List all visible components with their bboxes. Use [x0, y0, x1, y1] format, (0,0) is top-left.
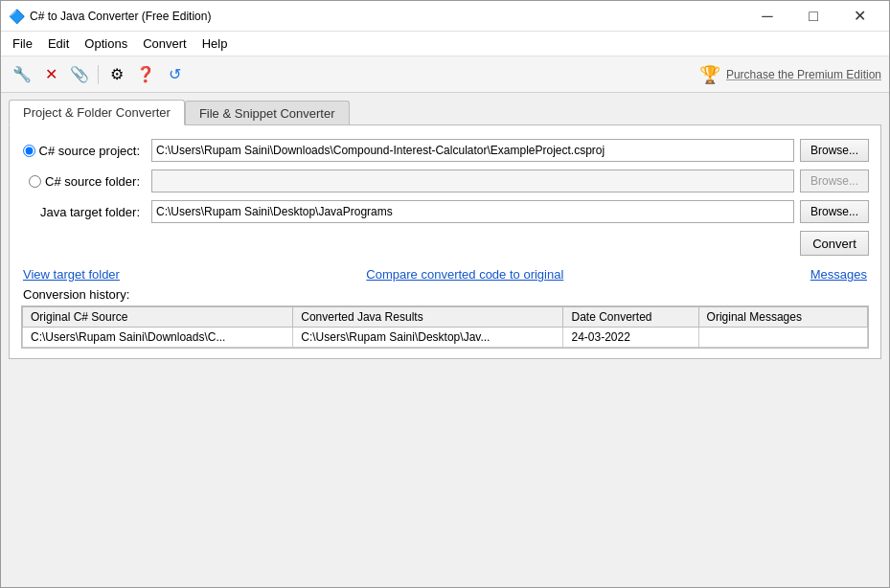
- target-folder-input[interactable]: [151, 200, 794, 223]
- toolbar-separator: [98, 65, 99, 84]
- window-controls: ─ □ ✕: [745, 2, 881, 31]
- minimize-button[interactable]: ─: [745, 2, 789, 31]
- menu-convert[interactable]: Convert: [135, 32, 194, 56]
- browse-target-button[interactable]: Browse...: [800, 200, 869, 223]
- toolbar-attach-button[interactable]: 📎: [66, 61, 93, 88]
- source-project-input[interactable]: [151, 139, 794, 162]
- tab-project-folder[interactable]: Project & Folder Converter: [9, 100, 185, 125]
- convert-row: Convert: [21, 231, 869, 256]
- cell-converted: C:\Users\Rupam Saini\Desktop\Jav...: [293, 328, 563, 348]
- source-project-label[interactable]: C# source project:: [39, 144, 141, 158]
- title-bar: 🔷 C# to Java Converter (Free Edition) ─ …: [1, 1, 889, 32]
- history-label: Conversion history:: [21, 287, 869, 302]
- menu-edit[interactable]: Edit: [40, 32, 77, 56]
- tab-bar: Project & Folder Converter File & Snippe…: [9, 99, 881, 124]
- col-header-messages: Original Messages: [698, 307, 867, 328]
- cell-messages: [698, 328, 867, 348]
- tab-panel: C# source project: Browse... C# source f…: [9, 124, 881, 359]
- history-table-container: Original C# Source Converted Java Result…: [21, 305, 869, 349]
- source-folder-row: C# source folder: Browse...: [21, 170, 869, 192]
- target-folder-row: Java target folder: Browse...: [21, 200, 869, 223]
- col-header-original: Original C# Source: [23, 307, 293, 328]
- convert-button[interactable]: Convert: [800, 231, 869, 256]
- col-header-converted: Converted Java Results: [293, 307, 563, 328]
- links-row: View target folder Compare converted cod…: [21, 267, 869, 282]
- source-folder-input[interactable]: [151, 170, 794, 192]
- toolbar-tool1-button[interactable]: 🔧: [9, 61, 35, 88]
- toolbar: 🔧 ✕ 📎 ⚙ ❓ ↺ 🏆 Purchase the Premium Editi…: [1, 57, 889, 93]
- content-area: Project & Folder Converter File & Snippe…: [1, 93, 889, 588]
- tab-file-snippet[interactable]: File & Snippet Converter: [185, 101, 350, 125]
- maximize-button[interactable]: □: [791, 2, 835, 31]
- browse-project-button[interactable]: Browse...: [800, 139, 869, 162]
- col-header-date: Date Converted: [563, 307, 698, 328]
- toolbar-close-button[interactable]: ✕: [37, 61, 64, 88]
- app-icon: 🔷: [9, 9, 24, 24]
- source-folder-label[interactable]: C# source folder:: [45, 174, 140, 189]
- source-project-radio[interactable]: [23, 145, 35, 157]
- menu-options[interactable]: Options: [77, 32, 135, 56]
- history-table: Original C# Source Converted Java Result…: [22, 306, 868, 348]
- source-folder-radio[interactable]: [29, 175, 41, 188]
- toolbar-help-button[interactable]: ❓: [132, 61, 159, 88]
- source-project-row: C# source project: Browse...: [21, 139, 869, 162]
- premium-icon: 🏆: [699, 64, 720, 85]
- cell-date: 24-03-2022: [563, 328, 698, 348]
- browse-folder-button[interactable]: Browse...: [800, 170, 869, 192]
- compare-code-link[interactable]: Compare converted code to original: [366, 267, 563, 282]
- target-folder-label: Java target folder:: [40, 205, 140, 219]
- menu-help[interactable]: Help: [194, 32, 236, 56]
- cell-original: C:\Users\Rupam Saini\Downloads\C...: [23, 328, 293, 348]
- close-button[interactable]: ✕: [837, 2, 881, 31]
- menu-file[interactable]: File: [5, 32, 40, 56]
- toolbar-settings-button[interactable]: ⚙: [103, 61, 130, 88]
- premium-link[interactable]: 🏆 Purchase the Premium Edition: [699, 64, 881, 85]
- premium-text: Purchase the Premium Edition: [726, 68, 881, 81]
- menu-bar: File Edit Options Convert Help: [1, 32, 889, 57]
- toolbar-refresh-button[interactable]: ↺: [161, 61, 188, 88]
- toolbar-left: 🔧 ✕ 📎 ⚙ ❓ ↺: [9, 61, 188, 88]
- table-row[interactable]: C:\Users\Rupam Saini\Downloads\C... C:\U…: [23, 328, 868, 348]
- app-title: C# to Java Converter (Free Edition): [30, 10, 211, 23]
- messages-link[interactable]: Messages: [810, 267, 867, 282]
- table-header-row: Original C# Source Converted Java Result…: [23, 307, 868, 328]
- view-target-folder-link[interactable]: View target folder: [23, 267, 120, 282]
